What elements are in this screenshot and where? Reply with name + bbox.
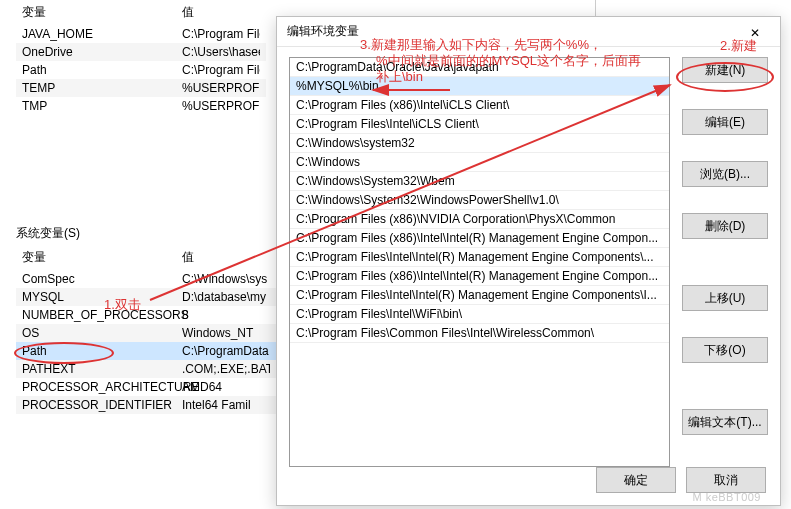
path-list[interactable]: C:\ProgramData\Oracle\Java\javapath %MYS… <box>289 57 670 467</box>
table-row[interactable]: PROCESSOR_IDENTIFIERIntel64 Famil <box>16 396 276 414</box>
table-row[interactable]: MYSQLD:\database\my <box>16 288 276 306</box>
table-row[interactable]: OSWindows_NT <box>16 324 276 342</box>
table-row[interactable]: NUMBER_OF_PROCESSORS8 <box>16 306 276 324</box>
list-item[interactable]: C:\Program Files\Common Files\Intel\Wire… <box>290 324 669 343</box>
watermark: M keBBT009 <box>692 491 761 503</box>
col-header-var: 变量 <box>22 249 182 266</box>
col-header-value: 值 <box>182 4 260 21</box>
list-item[interactable]: C:\ProgramData\Oracle\Java\javapath <box>290 58 669 77</box>
list-item[interactable]: C:\Program Files (x86)\NVIDIA Corporatio… <box>290 210 669 229</box>
system-vars-table: 变量 值 ComSpecC:\Windows\sys MYSQLD:\datab… <box>16 245 276 414</box>
list-item[interactable]: C:\Program Files\Intel\Intel(R) Manageme… <box>290 248 669 267</box>
var-name: TMP <box>22 99 182 113</box>
var-value: C:\Program File <box>182 27 260 41</box>
var-value: AMD64 <box>182 380 270 394</box>
var-name: PROCESSOR_ARCHITECTURE <box>22 380 182 394</box>
var-name: Path <box>22 63 182 77</box>
table-row[interactable]: ComSpecC:\Windows\sys <box>16 270 276 288</box>
list-item[interactable]: %MYSQL%\bin <box>290 77 669 96</box>
var-value: %USERPROFILE% <box>182 99 260 113</box>
table-row-path[interactable]: PathC:\ProgramData <box>16 342 276 360</box>
dialog-titlebar[interactable]: 编辑环境变量 ✕ <box>277 17 780 47</box>
table-row[interactable]: PathC:\Program Files <box>16 61 266 79</box>
user-vars-table: 变量 值 JAVA_HOMEC:\Program File OneDriveC:… <box>16 0 266 115</box>
var-value: Intel64 Famil <box>182 398 270 412</box>
list-item[interactable]: C:\Program Files\Intel\Intel(R) Manageme… <box>290 286 669 305</box>
table-row[interactable]: TEMP%USERPROFILE% <box>16 79 266 97</box>
list-item[interactable]: C:\Windows\System32\WindowsPowerShell\v1… <box>290 191 669 210</box>
var-name: Path <box>22 344 182 358</box>
list-item[interactable]: C:\Program Files (x86)\Intel\iCLS Client… <box>290 96 669 115</box>
system-vars-label: 系统变量(S) <box>16 225 80 242</box>
col-header-value: 值 <box>182 249 270 266</box>
var-name: MYSQL <box>22 290 182 304</box>
table-row[interactable]: TMP%USERPROFILE% <box>16 97 266 115</box>
list-item[interactable]: C:\Program Files\Intel\iCLS Client\ <box>290 115 669 134</box>
var-name: NUMBER_OF_PROCESSORS <box>22 308 182 322</box>
edit-button[interactable]: 编辑(E) <box>682 109 768 135</box>
var-name: ComSpec <box>22 272 182 286</box>
var-name: TEMP <box>22 81 182 95</box>
browse-button[interactable]: 浏览(B)... <box>682 161 768 187</box>
table-row[interactable]: PROCESSOR_ARCHITECTUREAMD64 <box>16 378 276 396</box>
cancel-button[interactable]: 取消 <box>686 467 766 493</box>
user-vars-header: 变量 值 <box>16 0 266 25</box>
list-item[interactable]: C:\Windows\system32 <box>290 134 669 153</box>
var-name: PATHEXT <box>22 362 182 376</box>
table-row[interactable]: PATHEXT.COM;.EXE;.BAT <box>16 360 276 378</box>
var-name: JAVA_HOME <box>22 27 182 41</box>
dialog-title: 编辑环境变量 <box>287 23 740 40</box>
list-item[interactable]: C:\Program Files (x86)\Intel\Intel(R) Ma… <box>290 267 669 286</box>
list-item[interactable]: C:\Windows\System32\Wbem <box>290 172 669 191</box>
edit-env-var-dialog: 编辑环境变量 ✕ C:\ProgramData\Oracle\Java\java… <box>276 16 781 506</box>
list-item[interactable]: C:\Program Files\Intel\WiFi\bin\ <box>290 305 669 324</box>
system-vars-header: 变量 值 <box>16 245 276 270</box>
var-name: PROCESSOR_IDENTIFIER <box>22 398 182 412</box>
move-down-button[interactable]: 下移(O) <box>682 337 768 363</box>
var-value: Windows_NT <box>182 326 270 340</box>
table-row[interactable]: OneDriveC:\Users\hasee\ <box>16 43 266 61</box>
var-value: C:\ProgramData <box>182 344 270 358</box>
ok-button[interactable]: 确定 <box>596 467 676 493</box>
dialog-button-column: 新建(N) 编辑(E) 浏览(B)... 删除(D) 上移(U) 下移(O) 编… <box>682 57 768 467</box>
var-value: C:\Program Files <box>182 63 260 77</box>
edit-text-button[interactable]: 编辑文本(T)... <box>682 409 768 435</box>
delete-button[interactable]: 删除(D) <box>682 213 768 239</box>
var-value: D:\database\my <box>182 290 270 304</box>
new-button[interactable]: 新建(N) <box>682 57 768 83</box>
var-value: .COM;.EXE;.BAT <box>182 362 270 376</box>
table-row[interactable]: JAVA_HOMEC:\Program File <box>16 25 266 43</box>
move-up-button[interactable]: 上移(U) <box>682 285 768 311</box>
var-value: 8 <box>182 308 270 322</box>
list-item[interactable]: C:\Windows <box>290 153 669 172</box>
var-name: OS <box>22 326 182 340</box>
col-header-var: 变量 <box>22 4 182 21</box>
close-button[interactable]: ✕ <box>740 24 770 40</box>
var-value: %USERPROFILE% <box>182 81 260 95</box>
list-item[interactable]: C:\Program Files (x86)\Intel\Intel(R) Ma… <box>290 229 669 248</box>
var-value: C:\Windows\sys <box>182 272 270 286</box>
close-icon: ✕ <box>750 26 760 40</box>
var-value: C:\Users\hasee\ <box>182 45 260 59</box>
var-name: OneDrive <box>22 45 182 59</box>
